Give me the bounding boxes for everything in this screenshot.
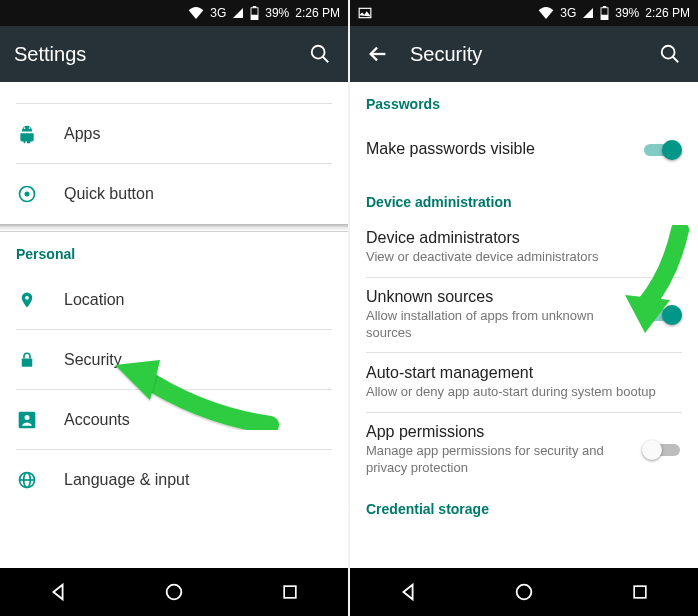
item-label: Language & input <box>64 471 189 489</box>
settings-item-security[interactable]: Security <box>16 330 332 390</box>
item-label: Apps <box>64 125 100 143</box>
settings-item-language[interactable]: Language & input <box>16 450 332 510</box>
app-bar: Settings <box>0 26 348 82</box>
svg-point-23 <box>662 46 675 59</box>
dpad-icon <box>16 184 38 204</box>
settings-item-apps[interactable]: Apps <box>16 104 332 164</box>
svg-point-25 <box>517 585 532 600</box>
toggle-app-permissions[interactable] <box>642 439 682 461</box>
settings-item-accounts[interactable]: Accounts <box>16 390 332 450</box>
item-label: Accounts <box>64 411 130 429</box>
settings-item-quick-button[interactable]: Quick button <box>16 164 332 224</box>
search-icon[interactable] <box>656 40 684 68</box>
lock-icon <box>16 350 38 370</box>
nav-back-button[interactable] <box>34 568 82 616</box>
svg-point-3 <box>312 46 325 59</box>
svg-point-9 <box>25 295 29 299</box>
nav-recent-button[interactable] <box>266 568 314 616</box>
app-bar: Security <box>350 26 698 82</box>
wifi-icon <box>538 7 554 19</box>
network-label: 3G <box>210 6 226 20</box>
account-icon <box>16 410 38 430</box>
setting-title: Make passwords visible <box>366 140 616 158</box>
setting-title: Unknown sources <box>366 288 616 306</box>
security-body: Passwords Make passwords visible Device … <box>350 82 698 568</box>
settings-item-location[interactable]: Location <box>16 270 332 330</box>
setting-subtitle: Manage app permissions for security and … <box>366 443 616 477</box>
setting-unknown-sources[interactable]: Unknown sources Allow installation of ap… <box>366 278 682 353</box>
settings-body: Apps Quick button Personal Location <box>0 82 348 568</box>
item-label: Quick button <box>64 185 154 203</box>
setting-title: Auto-start management <box>366 364 682 382</box>
battery-icon <box>600 6 609 20</box>
nav-bar <box>0 568 348 616</box>
clock: 2:26 PM <box>295 6 340 20</box>
svg-rect-26 <box>634 586 646 598</box>
svg-rect-21 <box>601 15 608 20</box>
svg-rect-2 <box>251 15 258 20</box>
setting-subtitle: Allow or deny app auto-start during syst… <box>366 384 682 401</box>
setting-make-passwords-visible[interactable]: Make passwords visible <box>366 120 682 180</box>
toggle-unknown-sources[interactable] <box>642 304 682 326</box>
signal-icon <box>582 7 594 19</box>
setting-device-administrators[interactable]: Device administrators View or deactivate… <box>366 218 682 278</box>
battery-icon <box>250 6 259 20</box>
item-label: Location <box>64 291 125 309</box>
svg-rect-17 <box>284 586 296 598</box>
svg-rect-10 <box>22 358 33 366</box>
nav-bar <box>350 568 698 616</box>
svg-point-5 <box>24 127 26 129</box>
status-bar: 3G 39% 2:26 PM <box>350 0 698 26</box>
settings-screen: 3G 39% 2:26 PM Settings Apps <box>0 0 348 616</box>
search-icon[interactable] <box>306 40 334 68</box>
location-icon <box>16 289 38 311</box>
setting-subtitle: View or deactivate device administrators <box>366 249 682 266</box>
setting-title: Device administrators <box>366 229 682 247</box>
nav-back-button[interactable] <box>384 568 432 616</box>
setting-auto-start[interactable]: Auto-start management Allow or deny app … <box>366 353 682 413</box>
battery-percent: 39% <box>615 6 639 20</box>
svg-line-24 <box>673 57 679 63</box>
status-bar: 3G 39% 2:26 PM <box>0 0 348 26</box>
section-header-device-admin: Device administration <box>350 180 698 218</box>
security-screen: 3G 39% 2:26 PM Security Passwords Make p… <box>350 0 698 616</box>
section-header-personal: Personal <box>0 232 348 270</box>
wifi-icon <box>188 7 204 19</box>
setting-app-permissions[interactable]: App permissions Manage app permissions f… <box>366 413 682 487</box>
section-header-passwords: Passwords <box>350 82 698 120</box>
setting-title: App permissions <box>366 423 616 441</box>
android-icon <box>16 124 38 144</box>
toggle-passwords-visible[interactable] <box>642 139 682 161</box>
svg-line-4 <box>323 57 329 63</box>
svg-point-16 <box>167 585 182 600</box>
nav-home-button[interactable] <box>150 568 198 616</box>
back-button[interactable] <box>364 40 392 68</box>
svg-point-6 <box>29 127 31 129</box>
svg-point-8 <box>25 192 28 195</box>
section-header-credential-storage: Credential storage <box>350 487 698 525</box>
setting-subtitle: Allow installation of apps from unknown … <box>366 308 616 342</box>
screenshot-notif-icon <box>358 7 372 19</box>
page-title: Settings <box>14 43 86 66</box>
clock: 2:26 PM <box>645 6 690 20</box>
signal-icon <box>232 7 244 19</box>
network-label: 3G <box>560 6 576 20</box>
section-divider <box>0 224 348 232</box>
globe-icon <box>16 470 38 490</box>
item-label: Security <box>64 351 122 369</box>
battery-percent: 39% <box>265 6 289 20</box>
nav-recent-button[interactable] <box>616 568 664 616</box>
svg-point-12 <box>25 415 30 420</box>
page-title: Security <box>410 43 482 66</box>
nav-home-button[interactable] <box>500 568 548 616</box>
